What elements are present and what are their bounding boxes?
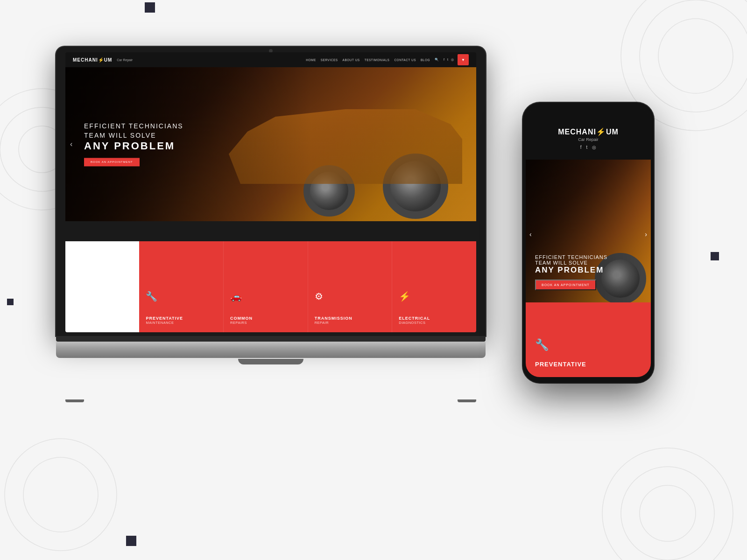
phone-nav-subtitle: Car Repair [578, 137, 599, 142]
svg-point-4 [621, 467, 714, 560]
laptop-foot-left [65, 399, 84, 402]
deco-square-2 [126, 536, 136, 546]
deco-square-3 [711, 252, 719, 260]
laptop-screen-outer: MECHANI⚡UM Car Repair HOME SERVICES ABOU… [56, 47, 486, 336]
laptop-service-card-common[interactable]: 🚗 COMMON REPAIRS [224, 241, 308, 332]
phone-hero-section: EFFICIENT TECHNICIANS TEAM WILL SOLVE AN… [526, 160, 651, 309]
laptop-service-card-electrical[interactable]: ⚡ ELECTRICAL DIAGNOSTICS [392, 241, 476, 332]
phone-nav-logo: MECHANI⚡UM [558, 127, 619, 136]
service-title-transmission: TRANSMISSION [315, 316, 386, 321]
laptop-social-icons: f t ◎ [444, 58, 454, 62]
phone-logo-accent: ⚡ [596, 128, 606, 136]
service-title-common: COMMON [230, 316, 301, 321]
laptop-hero-cta-button[interactable]: BOOK AN APPOINTMENT [84, 158, 140, 167]
main-scene: ABOUT US MECHANI⚡UM Car Repair HOME SERV… [0, 0, 747, 560]
phone-service-card-preventative[interactable]: 🔧 PREVENTATIVE [526, 302, 651, 377]
svg-point-1 [640, 0, 747, 112]
phone-hero-line1: EFFICIENT TECHNICIANS [535, 254, 641, 260]
phone-device: MECHANI⚡UM Car Repair f t ◎ [523, 103, 654, 383]
phone-notch [570, 106, 607, 116]
laptop-hero-content: EFFICIENT TECHNICIANS TEAM WILL SOLVE AN… [84, 122, 183, 166]
laptop-footer [56, 353, 486, 358]
laptop-service-cards: 🔧 PREVENTATIVE MAINTENANCE 🚗 COMMON REPA… [65, 241, 476, 332]
laptop-hero-line2: TEAM WILL SOLVE [84, 131, 183, 140]
phone-screen: MECHANI⚡UM Car Repair f t ◎ [526, 108, 651, 377]
twitter-icon[interactable]: t [447, 58, 448, 62]
service-sub-diagnostics: DIAGNOSTICS [399, 321, 470, 325]
nav-about[interactable]: ABOUT US [343, 58, 360, 62]
phone-hero-next-arrow[interactable]: › [645, 231, 647, 238]
laptop-screen-inner: MECHANI⚡UM Car Repair HOME SERVICES ABOU… [65, 52, 476, 332]
car-icon: 🚗 [230, 291, 301, 302]
laptop-device: MECHANI⚡UM Car Repair HOME SERVICES ABOU… [56, 47, 486, 401]
deco-square-1 [145, 2, 155, 13]
lightning-icon: ⚡ [399, 291, 470, 302]
nav-dropdown-btn[interactable]: ▼ [458, 54, 469, 65]
gear-icon: ⚙ [315, 291, 386, 302]
laptop-nav-links: HOME SERVICES ABOUT US TESTIMONIALS CONT… [306, 58, 439, 62]
search-icon[interactable]: 🔍 [435, 58, 439, 62]
laptop-bottom-panel [56, 342, 486, 353]
wrench-icon: 🔧 [146, 291, 217, 302]
laptop-hero-section: EFFICIENT TECHNICIANS TEAM WILL SOLVE AN… [65, 67, 476, 221]
instagram-icon[interactable]: ◎ [451, 58, 454, 62]
phone-hero-cta-button[interactable]: BOOK AN APPOINTMENT [535, 280, 596, 290]
laptop-hinge [56, 336, 486, 342]
nav-testimonials[interactable]: TESTIMONIALS [365, 58, 390, 62]
laptop-website: MECHANI⚡UM Car Repair HOME SERVICES ABOU… [65, 52, 476, 332]
phone-twitter-icon[interactable]: t [586, 145, 588, 150]
service-title-preventative: PREVENTATIVE [146, 316, 217, 321]
laptop-nav-subtitle: Car Repair [117, 58, 133, 62]
service-title-electrical: ELECTRICAL [399, 316, 470, 321]
svg-point-5 [640, 485, 696, 541]
laptop-hero-line3: ANY PROBLEM [84, 140, 183, 153]
svg-point-10 [23, 457, 98, 532]
phone-service-cards: 🔧 PREVENTATIVE [526, 302, 651, 377]
phone-navbar: MECHANI⚡UM Car Repair f t ◎ [526, 108, 651, 160]
laptop-navbar: MECHANI⚡UM Car Repair HOME SERVICES ABOU… [65, 52, 476, 67]
phone-social-icons: f t ◎ [580, 145, 597, 150]
svg-point-9 [5, 439, 117, 551]
svg-point-3 [602, 448, 733, 560]
laptop-nav-logo: MECHANI⚡UM [73, 57, 112, 63]
phone-facebook-icon[interactable]: f [580, 145, 582, 150]
laptop-service-card-preventative[interactable]: 🔧 PREVENTATIVE MAINTENANCE [139, 241, 224, 332]
service-sub-repairs: REPAIRS [230, 321, 301, 325]
facebook-icon[interactable]: f [444, 58, 444, 62]
service-sub-maintenance: MAINTENANCE [146, 321, 217, 325]
nav-home[interactable]: HOME [306, 58, 316, 62]
phone-service-title: PREVENTATIVE [535, 361, 641, 368]
laptop-hero-prev-arrow[interactable]: ‹ [70, 140, 72, 148]
nav-contact[interactable]: CONTACT US [394, 58, 416, 62]
phone-instagram-icon[interactable]: ◎ [592, 145, 596, 150]
phone-hero-line3: ANY PROBLEM [535, 266, 641, 275]
phone-wrench-icon: 🔧 [535, 338, 641, 351]
laptop-base [56, 336, 486, 401]
logo-accent: ⚡ [98, 57, 104, 63]
phone-hero-line2: TEAM WILL SOLVE [535, 260, 641, 266]
service-sub-repair: REPAIR [315, 321, 386, 325]
nav-services[interactable]: SERVICES [321, 58, 338, 62]
phone-hero-content: EFFICIENT TECHNICIANS TEAM WILL SOLVE AN… [535, 254, 641, 290]
laptop-service-card-transmission[interactable]: ⚙ TRANSMISSION REPAIR [308, 241, 393, 332]
svg-point-2 [658, 19, 733, 93]
laptop-foot-right [458, 399, 476, 402]
laptop-service-card-spacer [65, 241, 139, 332]
nav-blog[interactable]: BLOG [421, 58, 430, 62]
deco-square-4 [7, 299, 14, 305]
laptop-hero-line1: EFFICIENT TECHNICIANS [84, 122, 183, 131]
laptop-notch [238, 359, 303, 364]
phone-hero-prev-arrow[interactable]: ‹ [529, 231, 532, 238]
phone-body: MECHANI⚡UM Car Repair f t ◎ [523, 103, 654, 383]
